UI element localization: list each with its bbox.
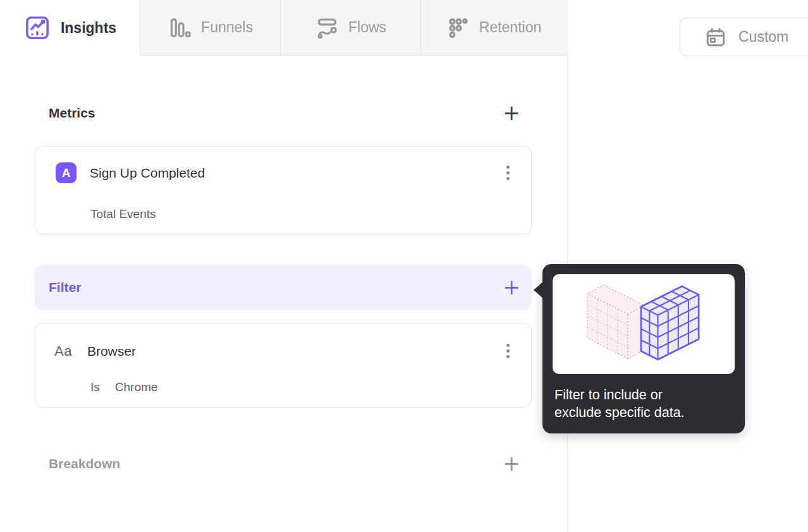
metric-series-badge: A [56,162,77,183]
insights-query-builder: Insights Funnels Flows [0,0,808,532]
add-metric-button[interactable]: + [498,99,525,127]
metric-aggregation-label[interactable]: Total Events [90,207,156,221]
filter-cube-illustration [553,274,735,374]
filter-value[interactable]: Chrome [115,380,158,394]
tooltip-text: Filter to include or exclude specific da… [554,386,685,421]
dot-grid-icon [447,16,470,39]
metric-title: Sign Up Completed [90,166,205,181]
filter-property-title: Browser [87,344,136,359]
tooltip-arrow [534,281,544,299]
metric-card-sign-up-completed[interactable]: A Sign Up Completed Total Events [35,146,532,234]
filter-operator[interactable]: Is [90,380,100,394]
tab-funnels[interactable]: Funnels [140,0,280,56]
tab-retention-label: Retention [479,19,541,36]
date-range-custom-button[interactable]: Custom [680,18,808,56]
string-property-icon: Aa [54,343,72,360]
filter-tooltip: Filter to include or exclude specific da… [542,264,745,433]
tab-funnels-label: Funnels [201,19,253,36]
metric-kebab-menu-icon[interactable] [503,162,513,184]
date-range-label: Custom [738,28,788,45]
filter-kebab-menu-icon[interactable] [503,340,513,362]
tooltip-line-2: exclude specific data. [554,404,685,421]
filter-section-title: Filter [35,280,81,295]
tab-retention[interactable]: Retention [420,0,567,56]
tab-flows-label: Flows [348,19,386,36]
filter-card-browser[interactable]: Aa Browser Is Chrome [35,323,532,408]
bar-chart-icon [168,16,192,40]
tab-insights[interactable]: Insights [0,0,140,56]
breakdown-section-header: Breakdown + [35,449,532,479]
flow-wave-icon [315,16,339,40]
metrics-section-header: Metrics + [35,99,532,127]
add-filter-button[interactable]: + [498,274,525,301]
tooltip-line-1: Filter to include or [554,386,685,404]
calendar-icon [704,26,727,49]
add-breakdown-button[interactable]: + [498,450,525,478]
filter-section-header[interactable]: Filter + [35,265,532,310]
breakdown-section-title: Breakdown [35,456,120,471]
tab-insights-label: Insights [61,20,116,37]
insights-icon [23,14,51,42]
tab-flows[interactable]: Flows [280,0,420,56]
metrics-section-title: Metrics [35,106,95,121]
